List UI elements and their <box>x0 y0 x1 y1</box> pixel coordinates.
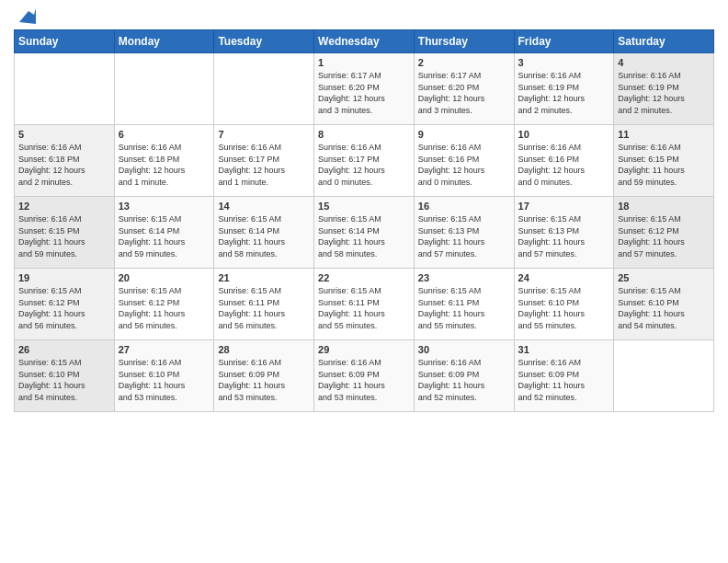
day-cell: 28Sunrise: 6:16 AMSunset: 6:09 PMDayligh… <box>214 340 314 412</box>
day-cell: 30Sunrise: 6:16 AMSunset: 6:09 PMDayligh… <box>414 340 514 412</box>
day-info: Sunrise: 6:16 AMSunset: 6:09 PMDaylight:… <box>418 357 510 403</box>
day-cell: 6Sunrise: 6:16 AMSunset: 6:18 PMDaylight… <box>114 125 214 197</box>
day-cell: 3Sunrise: 6:16 AMSunset: 6:19 PMDaylight… <box>514 53 614 125</box>
weekday-header-monday: Monday <box>114 30 214 53</box>
day-cell: 25Sunrise: 6:15 AMSunset: 6:10 PMDayligh… <box>614 269 714 340</box>
day-number: 5 <box>18 129 110 140</box>
day-number: 9 <box>418 129 510 140</box>
day-cell <box>614 340 714 412</box>
day-number: 14 <box>218 201 310 212</box>
day-cell <box>114 53 214 125</box>
day-info: Sunrise: 6:16 AMSunset: 6:15 PMDaylight:… <box>618 142 710 188</box>
day-number: 10 <box>518 129 610 140</box>
day-info: Sunrise: 6:16 AMSunset: 6:18 PMDaylight:… <box>18 142 110 188</box>
day-cell: 21Sunrise: 6:15 AMSunset: 6:11 PMDayligh… <box>214 269 314 340</box>
svg-marker-0 <box>19 8 36 24</box>
day-cell: 31Sunrise: 6:16 AMSunset: 6:09 PMDayligh… <box>514 340 614 412</box>
day-cell: 15Sunrise: 6:15 AMSunset: 6:14 PMDayligh… <box>314 197 415 269</box>
day-cell: 14Sunrise: 6:15 AMSunset: 6:14 PMDayligh… <box>214 197 314 269</box>
day-number: 15 <box>318 201 410 212</box>
logo <box>14 9 36 22</box>
day-info: Sunrise: 6:16 AMSunset: 6:10 PMDaylight:… <box>119 357 210 403</box>
day-info: Sunrise: 6:15 AMSunset: 6:12 PMDaylight:… <box>119 285 210 331</box>
day-cell: 23Sunrise: 6:15 AMSunset: 6:11 PMDayligh… <box>414 269 514 340</box>
day-number: 28 <box>218 344 310 355</box>
header <box>14 9 714 22</box>
day-info: Sunrise: 6:16 AMSunset: 6:09 PMDaylight:… <box>518 357 610 403</box>
day-number: 23 <box>418 272 510 283</box>
weekday-header-wednesday: Wednesday <box>314 30 415 53</box>
day-info: Sunrise: 6:15 AMSunset: 6:13 PMDaylight:… <box>418 213 510 259</box>
day-info: Sunrise: 6:15 AMSunset: 6:10 PMDaylight:… <box>18 357 110 403</box>
day-number: 22 <box>318 272 410 283</box>
day-cell: 19Sunrise: 6:15 AMSunset: 6:12 PMDayligh… <box>15 269 115 340</box>
day-number: 11 <box>618 129 710 140</box>
day-number: 17 <box>518 201 610 212</box>
day-cell: 8Sunrise: 6:16 AMSunset: 6:17 PMDaylight… <box>314 125 415 197</box>
day-cell: 11Sunrise: 6:16 AMSunset: 6:15 PMDayligh… <box>614 125 714 197</box>
day-cell: 24Sunrise: 6:15 AMSunset: 6:10 PMDayligh… <box>514 269 614 340</box>
weekday-header-saturday: Saturday <box>614 30 714 53</box>
day-number: 7 <box>218 129 310 140</box>
day-info: Sunrise: 6:16 AMSunset: 6:16 PMDaylight:… <box>418 142 510 188</box>
day-number: 25 <box>618 272 710 283</box>
day-number: 13 <box>119 201 210 212</box>
day-info: Sunrise: 6:16 AMSunset: 6:09 PMDaylight:… <box>218 357 310 403</box>
day-info: Sunrise: 6:16 AMSunset: 6:19 PMDaylight:… <box>618 70 710 116</box>
day-number: 1 <box>318 57 410 68</box>
day-info: Sunrise: 6:16 AMSunset: 6:18 PMDaylight:… <box>119 142 210 188</box>
day-cell: 29Sunrise: 6:16 AMSunset: 6:09 PMDayligh… <box>314 340 415 412</box>
day-number: 27 <box>119 344 210 355</box>
day-cell: 5Sunrise: 6:16 AMSunset: 6:18 PMDaylight… <box>15 125 115 197</box>
day-cell: 12Sunrise: 6:16 AMSunset: 6:15 PMDayligh… <box>15 197 115 269</box>
day-info: Sunrise: 6:16 AMSunset: 6:15 PMDaylight:… <box>18 213 110 259</box>
day-number: 30 <box>418 344 510 355</box>
weekday-header-row: SundayMondayTuesdayWednesdayThursdayFrid… <box>15 30 714 53</box>
weekday-header-sunday: Sunday <box>15 30 115 53</box>
weekday-header-tuesday: Tuesday <box>214 30 314 53</box>
day-number: 4 <box>618 57 710 68</box>
day-number: 6 <box>119 129 210 140</box>
day-cell: 20Sunrise: 6:15 AMSunset: 6:12 PMDayligh… <box>114 269 214 340</box>
day-cell <box>15 53 115 125</box>
day-info: Sunrise: 6:16 AMSunset: 6:17 PMDaylight:… <box>318 142 410 188</box>
day-number: 3 <box>518 57 610 68</box>
day-cell: 2Sunrise: 6:17 AMSunset: 6:20 PMDaylight… <box>414 53 514 125</box>
page: SundayMondayTuesdayWednesdayThursdayFrid… <box>0 0 728 563</box>
day-cell <box>214 53 314 125</box>
day-cell: 13Sunrise: 6:15 AMSunset: 6:14 PMDayligh… <box>114 197 214 269</box>
day-number: 18 <box>618 201 710 212</box>
day-info: Sunrise: 6:15 AMSunset: 6:13 PMDaylight:… <box>518 213 610 259</box>
day-info: Sunrise: 6:16 AMSunset: 6:17 PMDaylight:… <box>218 142 310 188</box>
day-info: Sunrise: 6:15 AMSunset: 6:12 PMDaylight:… <box>618 213 710 259</box>
day-info: Sunrise: 6:15 AMSunset: 6:11 PMDaylight:… <box>418 285 510 331</box>
day-cell: 16Sunrise: 6:15 AMSunset: 6:13 PMDayligh… <box>414 197 514 269</box>
day-number: 31 <box>518 344 610 355</box>
logo-icon <box>16 6 36 26</box>
day-cell: 26Sunrise: 6:15 AMSunset: 6:10 PMDayligh… <box>15 340 115 412</box>
day-number: 21 <box>218 272 310 283</box>
day-cell: 18Sunrise: 6:15 AMSunset: 6:12 PMDayligh… <box>614 197 714 269</box>
day-info: Sunrise: 6:15 AMSunset: 6:14 PMDaylight:… <box>218 213 310 259</box>
week-row-1: 1Sunrise: 6:17 AMSunset: 6:20 PMDaylight… <box>15 53 714 125</box>
day-info: Sunrise: 6:17 AMSunset: 6:20 PMDaylight:… <box>418 70 510 116</box>
day-number: 29 <box>318 344 410 355</box>
day-number: 12 <box>18 201 110 212</box>
day-cell: 1Sunrise: 6:17 AMSunset: 6:20 PMDaylight… <box>314 53 415 125</box>
week-row-2: 5Sunrise: 6:16 AMSunset: 6:18 PMDaylight… <box>15 125 714 197</box>
weekday-header-thursday: Thursday <box>414 30 514 53</box>
day-info: Sunrise: 6:15 AMSunset: 6:10 PMDaylight:… <box>618 285 710 331</box>
day-cell: 7Sunrise: 6:16 AMSunset: 6:17 PMDaylight… <box>214 125 314 197</box>
day-number: 26 <box>18 344 110 355</box>
week-row-4: 19Sunrise: 6:15 AMSunset: 6:12 PMDayligh… <box>15 269 714 340</box>
day-cell: 9Sunrise: 6:16 AMSunset: 6:16 PMDaylight… <box>414 125 514 197</box>
day-info: Sunrise: 6:15 AMSunset: 6:10 PMDaylight:… <box>518 285 610 331</box>
day-cell: 4Sunrise: 6:16 AMSunset: 6:19 PMDaylight… <box>614 53 714 125</box>
day-info: Sunrise: 6:16 AMSunset: 6:16 PMDaylight:… <box>518 142 610 188</box>
day-cell: 27Sunrise: 6:16 AMSunset: 6:10 PMDayligh… <box>114 340 214 412</box>
day-info: Sunrise: 6:16 AMSunset: 6:09 PMDaylight:… <box>318 357 410 403</box>
day-number: 8 <box>318 129 410 140</box>
day-number: 20 <box>119 272 210 283</box>
day-number: 16 <box>418 201 510 212</box>
week-row-5: 26Sunrise: 6:15 AMSunset: 6:10 PMDayligh… <box>15 340 714 412</box>
